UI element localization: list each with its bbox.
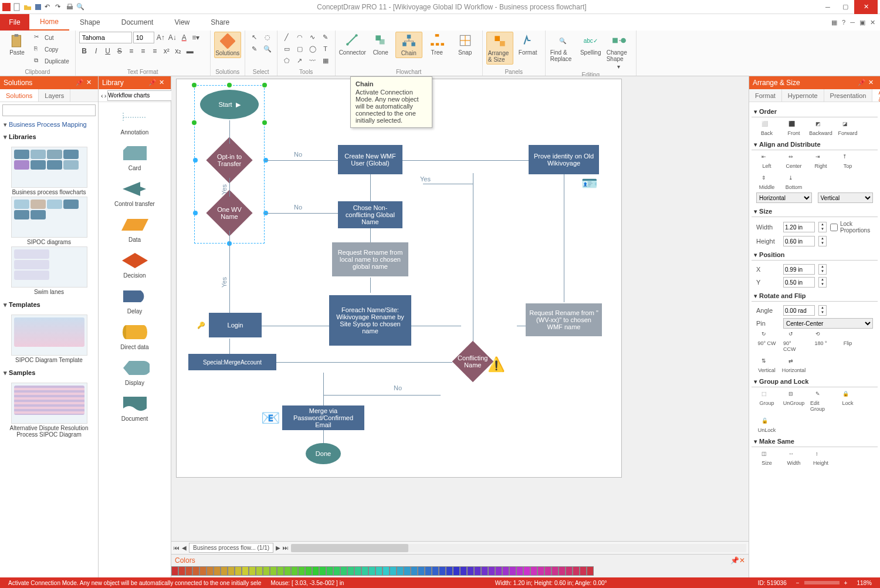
highlight-icon[interactable]: ▬: [185, 46, 195, 56]
paste-button[interactable]: Paste: [4, 32, 31, 57]
section-samples[interactable]: Samples: [2, 367, 96, 379]
color-swatch[interactable]: [277, 566, 284, 576]
color-swatch[interactable]: [537, 566, 544, 576]
ungroup-btn[interactable]: ⊟UnGroup: [783, 391, 804, 412]
node-chose[interactable]: Chose Non-conflicting Global Name: [338, 201, 402, 228]
lock-btn[interactable]: 🔒Lock: [837, 391, 858, 412]
rotate-ccw[interactable]: ↺90° CCW: [783, 331, 804, 352]
subscript-icon[interactable]: x₂: [173, 46, 184, 56]
align-top[interactable]: ⤒Top: [837, 154, 858, 169]
color-swatch[interactable]: [284, 566, 291, 576]
x-spinner[interactable]: ▲▼: [818, 264, 827, 275]
tree-button[interactable]: Tree: [424, 32, 451, 57]
color-swatch[interactable]: [425, 566, 432, 576]
color-swatch[interactable]: [516, 566, 523, 576]
canvas-scroll[interactable]: Start▶ Opt-in to Transfer One WV Name: [171, 76, 749, 541]
shrink-font-icon[interactable]: A↓: [167, 32, 178, 43]
color-swatch[interactable]: [171, 566, 178, 576]
node-login[interactable]: 🔑Login: [209, 313, 262, 337]
copy-button[interactable]: ⎘Copy: [32, 43, 72, 55]
color-swatch[interactable]: [333, 566, 340, 576]
underline-icon[interactable]: U: [103, 46, 113, 56]
subtab-hypernote[interactable]: Hypernote: [782, 89, 824, 102]
color-swatch[interactable]: [439, 566, 446, 576]
color-swatch[interactable]: [347, 566, 354, 576]
color-swatch[interactable]: [509, 566, 516, 576]
spelling-button[interactable]: abc✓Spelling: [577, 32, 604, 57]
arrange-size-button[interactable]: Arrange & Size: [486, 32, 513, 65]
close-document-icon[interactable]: ✕: [870, 19, 875, 26]
y-spinner[interactable]: ▲▼: [818, 277, 827, 288]
group-btn[interactable]: ⬚Group: [756, 391, 777, 412]
next-page-icon[interactable]: ▶: [276, 545, 280, 551]
same-size[interactable]: ◫Size: [756, 451, 777, 466]
zoom-icon[interactable]: 🔍: [262, 43, 273, 54]
shape-document[interactable]: Document: [120, 394, 150, 422]
node-start[interactable]: Start▶: [200, 90, 259, 119]
pin-icon[interactable]: 📌: [730, 556, 739, 565]
file-tab[interactable]: File: [0, 14, 29, 31]
color-swatch[interactable]: [312, 566, 319, 576]
connection-handle[interactable]: [193, 211, 198, 215]
node-prove[interactable]: Prove identity on Old Wikivoyage: [529, 145, 599, 174]
change-shape-button[interactable]: Change Shape▾: [605, 32, 632, 71]
bezier-tool-icon[interactable]: 〰: [307, 55, 319, 66]
angle-spinner[interactable]: ▲▼: [818, 305, 827, 316]
resize-handle[interactable]: [192, 120, 197, 125]
color-swatch[interactable]: [207, 566, 214, 576]
print-icon[interactable]: [66, 3, 74, 11]
pin-icon[interactable]: 📌: [76, 79, 84, 87]
color-swatch[interactable]: [178, 566, 185, 576]
thumb-bp-flowcharts[interactable]: Business process flowcharts: [8, 147, 90, 195]
color-swatch[interactable]: [573, 566, 580, 576]
color-swatch[interactable]: [221, 566, 228, 576]
color-swatch[interactable]: [523, 566, 530, 576]
close-icon[interactable]: ✕: [739, 556, 745, 565]
text-tool-icon[interactable]: T: [320, 43, 331, 54]
close-button[interactable]: ✕: [854, 0, 878, 14]
canvas[interactable]: Start▶ Opt-in to Transfer One WV Name: [176, 79, 622, 478]
color-swatch[interactable]: [397, 566, 404, 576]
connector-tool-icon[interactable]: ↗: [294, 55, 306, 66]
last-page-icon[interactable]: ⏭: [283, 545, 289, 551]
strike-icon[interactable]: S: [114, 46, 125, 56]
shape-data[interactable]: Data: [120, 215, 150, 243]
thumb-swim[interactable]: Swim lanes: [8, 246, 90, 295]
zoom-slider[interactable]: [804, 581, 840, 584]
node-done[interactable]: Done: [306, 443, 341, 464]
color-swatch[interactable]: [354, 566, 361, 576]
width-input[interactable]: [783, 222, 815, 232]
section-libraries[interactable]: Libraries: [2, 131, 96, 143]
prev-page-icon[interactable]: ◀: [182, 545, 187, 551]
snap-button[interactable]: Snap: [452, 32, 479, 57]
help-icon[interactable]: ?: [842, 19, 845, 26]
order-forward[interactable]: ◪Forward: [837, 121, 858, 136]
angle-input[interactable]: [783, 305, 815, 316]
color-swatch[interactable]: [418, 566, 425, 576]
status-zoom-in[interactable]: +: [840, 580, 852, 586]
color-swatch[interactable]: [551, 566, 559, 576]
color-swatch[interactable]: [544, 566, 551, 576]
color-swatch[interactable]: [495, 566, 502, 576]
node-merge[interactable]: 📧Merge via Password/Confirmed Email: [282, 405, 364, 430]
color-swatch[interactable]: [291, 566, 298, 576]
subtab-arrange[interactable]: Arrange & Size: [872, 89, 880, 102]
width-spinner[interactable]: ▲▼: [818, 222, 827, 232]
color-swatch[interactable]: [256, 566, 263, 576]
color-swatch[interactable]: [411, 566, 418, 576]
duplicate-button[interactable]: ⧉Duplicate: [32, 55, 72, 67]
subtab-format[interactable]: Format: [749, 89, 782, 102]
resize-handle[interactable]: [262, 83, 267, 87]
line-tool-icon[interactable]: ╱: [281, 32, 293, 42]
align-left-icon[interactable]: ≡: [126, 46, 137, 56]
node-special[interactable]: Special:MergeAccount: [188, 354, 276, 370]
shape-annotation[interactable]: Annotation: [120, 108, 150, 136]
font-name-select[interactable]: [79, 32, 132, 43]
align-middle[interactable]: ⇕Middle: [756, 175, 777, 190]
order-backward[interactable]: ◩Backward: [810, 121, 831, 136]
section-bp-mapping[interactable]: Business Process Mapping: [2, 119, 96, 131]
color-swatch[interactable]: [566, 566, 573, 576]
restore-window-icon[interactable]: ▣: [859, 19, 865, 26]
color-swatch[interactable]: [481, 566, 488, 576]
rotate-cw[interactable]: ↻90° CW: [756, 331, 777, 352]
